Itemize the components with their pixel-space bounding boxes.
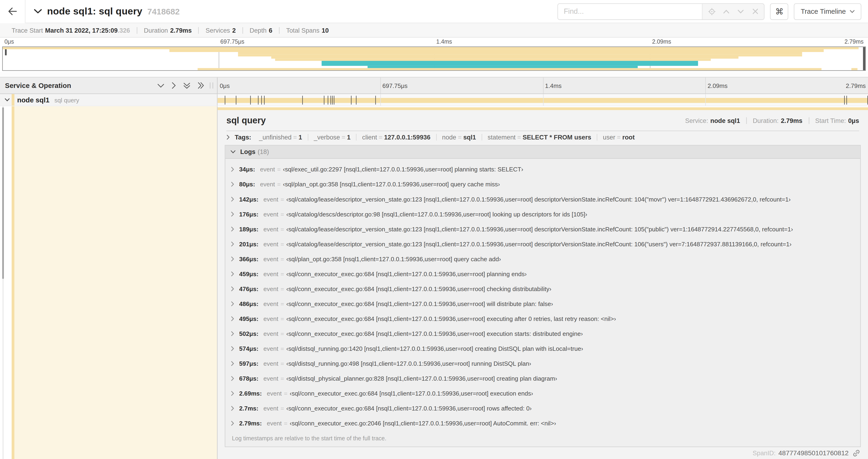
log-tick-marker <box>846 96 847 104</box>
log-equals: = <box>284 390 287 397</box>
chevron-right-icon <box>231 197 234 202</box>
tag-value: 1 <box>299 134 302 141</box>
log-row[interactable]: 459μs:event=‹sql/conn_executor_exec.go:6… <box>231 267 855 282</box>
chevron-down-icon[interactable] <box>34 9 42 14</box>
log-field-key: event <box>264 196 278 203</box>
span-service-name: node sql1 <box>17 96 50 104</box>
span-operation-name: sql query <box>54 97 79 103</box>
ruler-tick-label: 2.79ms <box>846 82 866 89</box>
log-equals: = <box>280 286 284 292</box>
log-field-key: event <box>260 181 275 188</box>
tag-key: _verbose <box>314 134 340 141</box>
tag-equals: = <box>517 134 521 141</box>
detail-meta-item: Duration:2.79ms <box>746 117 808 124</box>
log-field-value: ‹sql/conn_executor_exec.go:684 [nsql1,cl… <box>286 405 531 412</box>
logs-header[interactable]: Logs (18) <box>225 145 860 159</box>
minimap-span-bar <box>238 52 802 54</box>
chevron-right-icon <box>231 211 234 217</box>
log-timestamp: 2.79ms: <box>239 420 262 427</box>
minimap-canvas[interactable] <box>2 46 866 71</box>
tag-value: 127.0.0.1:59936 <box>384 134 431 141</box>
log-field-key: event <box>264 256 278 262</box>
trace-view-selector[interactable]: Trace Timeline <box>794 3 861 20</box>
log-field-key: event <box>264 330 278 337</box>
log-row[interactable]: 142μs:event=‹sql/catalog/lease/descripto… <box>231 192 855 207</box>
log-row[interactable]: 574μs:event=‹sql/distsql_running.go:1420… <box>231 341 855 356</box>
find-input[interactable] <box>558 3 702 19</box>
log-row[interactable]: 34μs:event=‹sql/exec_util.go:2297 [nsql1… <box>231 162 855 177</box>
log-field-value: ‹sql/conn_executor_exec.go:2046 [nsql1,c… <box>290 420 556 427</box>
timeline-grid-header: Service & Operation 0μs697.75μs1.4ms2.09… <box>0 77 868 94</box>
tag-key: client <box>362 134 377 141</box>
log-field-key: event <box>264 286 278 292</box>
log-row[interactable]: 80μs:event=‹sql/plan_opt.go:358 [nsql1,c… <box>231 177 855 192</box>
clear-search-icon[interactable] <box>750 6 761 17</box>
chevron-right-icon <box>231 316 234 322</box>
log-row[interactable]: 2.69ms:event=‹sql/conn_executor_exec.go:… <box>231 386 855 401</box>
summary-value: 6 <box>269 27 272 33</box>
tag-pill: client=127.0.0.1:59936 <box>356 134 436 141</box>
log-row[interactable]: 2.7ms:event=‹sql/conn_executor_exec.go:6… <box>231 401 855 416</box>
log-row[interactable]: 495μs:event=‹sql/conn_executor_exec.go:6… <box>231 312 855 326</box>
span-name-cell[interactable]: node sql1 sql query <box>0 94 217 106</box>
log-field-value: ‹sql/distsql_physical_planner.go:828 [ns… <box>286 375 557 382</box>
chevron-right-icon <box>231 376 234 382</box>
chevron-down-icon <box>230 150 236 154</box>
chevron-right-icon <box>231 256 234 262</box>
log-row[interactable]: 189μs:event=‹sql/catalog/lease/descripto… <box>231 222 855 237</box>
log-field-key: event <box>264 226 278 233</box>
chevron-down-icon[interactable] <box>4 98 10 102</box>
log-field-value: ‹sql/distsql_running.go:498 [nsql1,clien… <box>286 360 531 367</box>
ruler-tick-label: 2.09ms <box>708 82 728 89</box>
log-field-key: event <box>260 166 275 173</box>
log-row[interactable]: 597μs:event=‹sql/distsql_running.go:498 … <box>231 356 855 371</box>
log-row[interactable]: 2.79ms:event=‹sql/conn_executor_exec.go:… <box>231 416 855 431</box>
log-tick-marker <box>332 96 333 104</box>
collapse-all-icon[interactable] <box>183 82 190 89</box>
tag-equals: = <box>617 134 621 141</box>
timeline-gridline <box>705 94 706 106</box>
scrollbar-thumb[interactable] <box>2 107 4 279</box>
log-field-value: ‹sql/exec_util.go:2297 [nsql1,client=127… <box>283 166 523 173</box>
minimap-ruler: 0μs697.75μs1.4ms2.09ms2.79ms <box>2 38 866 46</box>
log-field-key: event <box>267 390 282 397</box>
minimap-scrubber-right-handle[interactable] <box>863 47 865 70</box>
collapse-one-icon[interactable] <box>157 83 164 88</box>
log-timestamp: 366μs: <box>239 256 258 262</box>
log-tick-marker <box>375 96 375 104</box>
log-timestamp: 678μs: <box>239 375 258 382</box>
tags-label: Tags: <box>235 134 251 141</box>
summary-value-fraction: .326 <box>118 27 130 33</box>
log-tick-marker <box>236 96 236 104</box>
detail-header: sql query Service:node sql1Duration:2.79… <box>217 110 868 128</box>
tags-row[interactable]: Tags: _unfinished=1_verbose=1client=127.… <box>217 131 868 144</box>
expand-all-icon[interactable] <box>198 82 204 89</box>
summary-item: Trace StartMarch 31 2022, 17:25:09.326 <box>5 27 136 33</box>
chevron-right-icon <box>226 135 229 140</box>
prev-match-icon[interactable] <box>721 6 732 17</box>
log-row[interactable]: 176μs:event=‹sql/catalog/descs/descripto… <box>231 207 855 222</box>
log-row[interactable]: 201μs:event=‹sql/catalog/lease/descripto… <box>231 237 855 252</box>
expand-one-icon[interactable] <box>172 82 176 89</box>
trace-view-selector-label: Trace Timeline <box>801 7 846 15</box>
log-row[interactable]: 486μs:event=‹sql/conn_executor_exec.go:6… <box>231 296 855 312</box>
detail-meta-label: Duration: <box>753 117 779 124</box>
log-row[interactable]: 502μs:event=‹sql/conn_executor_exec.go:6… <box>231 326 855 341</box>
column-resizer-grip[interactable] <box>210 82 213 88</box>
minimap-span-bar <box>271 57 738 59</box>
focus-match-icon[interactable] <box>706 6 717 17</box>
chevron-right-icon <box>231 391 234 396</box>
log-equals: = <box>284 420 287 427</box>
detail-operation-title: sql query <box>226 116 266 126</box>
log-row[interactable]: 476μs:event=‹sql/conn_executor_exec.go:6… <box>231 282 855 296</box>
next-match-icon[interactable] <box>735 6 746 17</box>
logs-panel: Logs (18) 34μs:event=‹sql/exec_util.go:2… <box>225 145 861 447</box>
link-icon[interactable] <box>852 449 860 457</box>
log-row[interactable]: 678μs:event=‹sql/distsql_physical_planne… <box>231 371 855 386</box>
back-button[interactable] <box>0 0 25 23</box>
keyboard-shortcuts-button[interactable]: ⌘ <box>770 3 788 20</box>
span-bar-track[interactable] <box>217 94 868 106</box>
log-tick-marker <box>844 96 845 104</box>
log-row[interactable]: 366μs:event=‹sql/plan_opt.go:358 [nsql1,… <box>231 252 855 267</box>
log-field-key: event <box>264 360 278 367</box>
